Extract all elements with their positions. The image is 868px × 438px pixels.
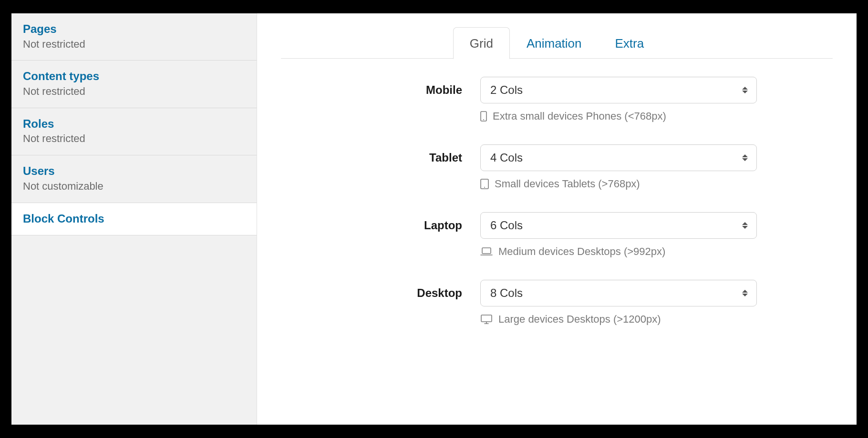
field-hint: Extra small devices Phones (<768px) xyxy=(480,110,757,122)
tabs: Grid Animation Extra xyxy=(281,27,833,59)
phone-icon xyxy=(480,111,487,122)
sidebar-item-content-types[interactable]: Content types Not restricted xyxy=(11,61,257,108)
svg-point-1 xyxy=(483,119,484,120)
sidebar-item-pages[interactable]: Pages Not restricted xyxy=(11,13,257,61)
sidebar-item-sub: Not restricted xyxy=(23,132,245,146)
sidebar-item-title: Pages xyxy=(23,21,245,37)
field-hint: Large devices Desktops (>1200px) xyxy=(480,313,757,326)
select-value: 2 Cols xyxy=(490,83,523,97)
tablet-icon xyxy=(480,179,489,189)
hint-text: Small devices Tablets (>768px) xyxy=(495,178,640,190)
svg-point-3 xyxy=(484,187,485,188)
tab-extra[interactable]: Extra xyxy=(599,27,661,59)
tab-grid[interactable]: Grid xyxy=(453,27,510,59)
window-frame: Pages Not restricted Content types Not r… xyxy=(0,0,868,438)
desktop-cols-select[interactable]: 8 Cols xyxy=(480,280,757,306)
svg-rect-4 xyxy=(482,248,491,254)
field-label: Tablet xyxy=(290,144,462,164)
sidebar-item-title: Content types xyxy=(23,68,245,84)
sidebar-item-users[interactable]: Users Not customizable xyxy=(11,155,257,203)
laptop-icon xyxy=(480,247,493,256)
sidebar-item-title: Roles xyxy=(23,116,245,132)
sidebar-item-roles[interactable]: Roles Not restricted xyxy=(11,108,257,155)
tab-animation[interactable]: Animation xyxy=(510,27,599,59)
grid-row-desktop: Desktop 8 Cols xyxy=(290,280,823,326)
tablet-cols-select[interactable]: 4 Cols xyxy=(480,144,757,171)
hint-text: Medium devices Desktops (>992px) xyxy=(498,245,665,258)
tab-label: Extra xyxy=(615,36,644,51)
laptop-cols-select[interactable]: 6 Cols xyxy=(480,212,757,239)
tab-label: Grid xyxy=(470,36,493,51)
select-value: 6 Cols xyxy=(490,219,523,232)
mobile-cols-select[interactable]: 2 Cols xyxy=(480,77,757,103)
desktop-icon xyxy=(480,314,493,325)
select-value: 4 Cols xyxy=(490,151,523,164)
sidebar-item-title: Block Controls xyxy=(23,211,245,227)
field-hint: Small devices Tablets (>768px) xyxy=(480,178,757,190)
field-label: Desktop xyxy=(290,280,462,300)
sidebar: Pages Not restricted Content types Not r… xyxy=(11,13,257,425)
grid-row-mobile: Mobile 2 Cols xyxy=(290,77,823,122)
sidebar-item-sub: Not restricted xyxy=(23,37,245,52)
sidebar-item-sub: Not customizable xyxy=(23,179,245,194)
field-label: Laptop xyxy=(290,212,462,232)
hint-text: Extra small devices Phones (<768px) xyxy=(493,110,666,122)
field-label: Mobile xyxy=(290,77,462,97)
main-content: Grid Animation Extra Mobile xyxy=(257,13,857,425)
svg-rect-5 xyxy=(481,315,492,322)
tab-label: Animation xyxy=(527,36,582,51)
grid-row-tablet: Tablet 4 Cols xyxy=(290,144,823,190)
app-frame: Pages Not restricted Content types Not r… xyxy=(11,13,857,425)
hint-text: Large devices Desktops (>1200px) xyxy=(498,313,661,326)
field-hint: Medium devices Desktops (>992px) xyxy=(480,245,757,258)
sidebar-item-title: Users xyxy=(23,163,245,179)
select-value: 8 Cols xyxy=(490,286,523,300)
grid-form: Mobile 2 Cols xyxy=(281,77,833,326)
sidebar-item-sub: Not restricted xyxy=(23,84,245,99)
grid-row-laptop: Laptop 6 Cols xyxy=(290,212,823,258)
sidebar-item-block-controls[interactable]: Block Controls xyxy=(11,203,257,236)
